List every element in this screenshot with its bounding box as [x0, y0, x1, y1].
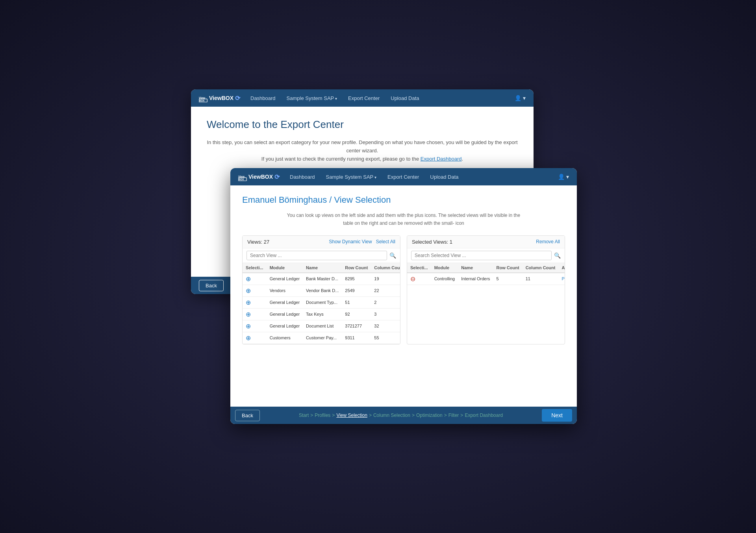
left-table-body: ⊕ General Ledger Bank Master D... 8295 1… — [243, 273, 400, 344]
left-table-row: ⊕ Vendors Vendor Bank D... 2549 22 Previ… — [243, 285, 400, 296]
back-user-icon[interactable]: 👤 ▾ — [515, 95, 526, 101]
add-view-icon[interactable]: ⊕ — [246, 335, 251, 341]
left-row-colcount: 22 — [371, 285, 400, 296]
front-desc-line1: You can look up views on the left side a… — [242, 211, 565, 219]
breadcrumb-item-2[interactable]: View Selection — [336, 413, 367, 418]
left-row-name: Customer Pay... — [303, 332, 342, 344]
back-nav-dashboard[interactable]: Dashboard — [248, 94, 278, 103]
left-row-select[interactable]: ⊕ — [243, 285, 267, 296]
svg-text:View: View — [238, 175, 245, 178]
left-row-module: Vendors — [267, 285, 303, 296]
back-nav-upload[interactable]: Upload Data — [388, 94, 421, 103]
right-search-button[interactable]: 🔍 — [554, 252, 561, 259]
left-table-wrapper: Selecti... Module Name Row Count Column … — [243, 263, 400, 344]
breadcrumb-separator: > — [332, 413, 335, 418]
right-panel: Selected Views: 1 Remove All 🔍 — [407, 235, 565, 344]
remove-view-icon[interactable]: ⊖ — [410, 276, 415, 282]
left-panel-header: Views: 27 Show Dynamic View Select All — [243, 236, 400, 248]
right-panel-title: Selected Views: 1 — [412, 239, 452, 245]
select-all-link[interactable]: Select All — [376, 239, 395, 244]
add-view-icon[interactable]: ⊕ — [246, 311, 251, 318]
left-table-row: ⊕ General Ledger Document List 3721277 3… — [243, 320, 400, 332]
left-row-rowcount: 92 — [342, 308, 371, 320]
left-search-button[interactable]: 🔍 — [389, 252, 396, 259]
back-nav-sample[interactable]: Sample System SAP — [284, 94, 339, 103]
right-row-colcount: 11 — [523, 273, 559, 285]
front-back-button[interactable]: Back — [235, 410, 260, 421]
left-col-module: Module — [267, 263, 303, 273]
right-table-row: ⊖ Controlling Internal Orders 5 11 Previ… — [407, 273, 565, 285]
left-panel-search: 🔍 — [243, 248, 400, 263]
add-view-icon[interactable]: ⊕ — [246, 323, 251, 329]
breadcrumb: Start > Profiles > View Selection > Colu… — [263, 413, 539, 418]
breadcrumb-item-4: Optimization — [416, 413, 443, 418]
left-row-name: Vendor Bank D... — [303, 285, 342, 296]
left-panel: Views: 27 Show Dynamic View Select All 🔍 — [242, 235, 400, 344]
front-nav-upload[interactable]: Upload Data — [428, 172, 461, 181]
back-desc-line1: In this step, you can select an export c… — [207, 139, 518, 155]
left-row-select[interactable]: ⊕ — [243, 296, 267, 308]
right-col-action: Action — [558, 263, 565, 273]
breadcrumb-separator: > — [444, 413, 447, 418]
back-navbar-links: Dashboard Sample System SAP Export Cente… — [248, 94, 507, 103]
front-brand: View BOX ViewBOX ⟳ — [238, 172, 280, 181]
right-col-module: Module — [431, 263, 458, 273]
next-button[interactable]: Next — [542, 409, 572, 422]
panels-container: Views: 27 Show Dynamic View Select All 🔍 — [242, 235, 565, 344]
left-panel-title: Views: 27 — [247, 239, 269, 245]
left-row-name: Bank Master D... — [303, 273, 342, 285]
add-view-icon[interactable]: ⊕ — [246, 276, 251, 282]
right-table-header-row: Selecti... Module Name Row Count Column … — [407, 263, 565, 273]
right-panel-header: Selected Views: 1 Remove All — [407, 236, 565, 248]
left-row-rowcount: 3721277 — [342, 320, 371, 332]
right-table-wrapper: Selecti... Module Name Row Count Column … — [407, 263, 565, 285]
left-row-module: Customers — [267, 332, 303, 344]
left-row-colcount: 19 — [371, 273, 400, 285]
right-col-rowcount: Row Count — [493, 263, 523, 273]
left-row-name: Document List — [303, 320, 342, 332]
left-row-colcount: 32 — [371, 320, 400, 332]
front-user-icon[interactable]: 👤 ▾ — [558, 174, 569, 180]
front-desc-line2: table on the right and can be removed wi… — [242, 219, 565, 227]
back-navbar: View BOX ViewBOX ⟳ Dashboard Sample Syst… — [191, 89, 534, 107]
left-table-row: ⊕ General Ledger Tax Keys 92 3 Previ... — [243, 308, 400, 320]
left-search-input[interactable] — [246, 251, 387, 260]
left-row-rowcount: 2549 — [342, 285, 371, 296]
left-row-module: General Ledger — [267, 273, 303, 285]
front-nav-export[interactable]: Export Center — [385, 172, 421, 181]
right-row-action[interactable]: Previ... — [558, 273, 565, 285]
left-col-rowcount: Row Count — [342, 263, 371, 273]
back-nav-export[interactable]: Export Center — [346, 94, 382, 103]
left-row-select[interactable]: ⊕ — [243, 332, 267, 344]
left-row-select[interactable]: ⊕ — [243, 308, 267, 320]
front-nav-dashboard[interactable]: Dashboard — [287, 172, 317, 181]
back-button[interactable]: Back — [199, 280, 224, 291]
show-dynamic-view-link[interactable]: Show Dynamic View — [329, 239, 372, 244]
front-footer: Back Start > Profiles > View Selection >… — [230, 407, 577, 424]
add-view-icon[interactable]: ⊕ — [246, 299, 251, 306]
left-row-module: General Ledger — [267, 320, 303, 332]
left-table-row: ⊕ General Ledger Bank Master D... 8295 1… — [243, 273, 400, 285]
left-row-rowcount: 9311 — [342, 332, 371, 344]
left-row-rowcount: 8295 — [342, 273, 371, 285]
right-row-rowcount: 5 — [493, 273, 523, 285]
front-window: View BOX ViewBOX ⟳ Dashboard Sample Syst… — [230, 168, 577, 424]
left-table: Selecti... Module Name Row Count Column … — [243, 263, 400, 344]
export-dashboard-link[interactable]: Export Dashboard — [421, 156, 462, 162]
left-row-select[interactable]: ⊕ — [243, 273, 267, 285]
back-brand-text: ViewBOX — [209, 95, 233, 101]
right-row-select[interactable]: ⊖ — [407, 273, 431, 285]
remove-all-link[interactable]: Remove All — [536, 239, 560, 244]
left-row-module: General Ledger — [267, 308, 303, 320]
front-nav-sample[interactable]: Sample System SAP — [324, 172, 379, 181]
add-view-icon[interactable]: ⊕ — [246, 287, 251, 294]
left-col-select: Selecti... — [243, 263, 267, 273]
breadcrumb-item-1: Profiles — [315, 413, 330, 418]
left-panel-header-links: Show Dynamic View Select All — [329, 239, 395, 244]
right-panel-search: 🔍 — [407, 248, 565, 263]
right-search-input[interactable] — [411, 251, 552, 260]
left-col-name: Name — [303, 263, 342, 273]
breadcrumb-item-0: Start — [299, 413, 309, 418]
left-row-select[interactable]: ⊕ — [243, 320, 267, 332]
front-navbar: View BOX ViewBOX ⟳ Dashboard Sample Syst… — [230, 168, 577, 185]
